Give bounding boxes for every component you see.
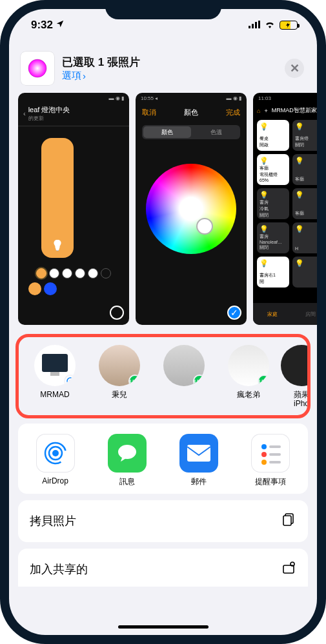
action-copy-label: 拷貝照片 — [30, 513, 76, 529]
status-right — [249, 19, 298, 32]
photo3-tab-bar: 家庭 房間 ◯ — [253, 303, 317, 325]
photo3-home-name: MRMAD智慧新家 — [272, 106, 317, 115]
color-picker-icon — [26, 57, 48, 79]
contact-name: MRMAD — [40, 390, 69, 399]
airdrop-icon — [36, 434, 75, 473]
selection-check[interactable] — [227, 306, 241, 320]
home-indicator[interactable] — [118, 625, 209, 629]
app-label: 郵件 — [191, 476, 207, 487]
avatar — [34, 345, 76, 386]
line-badge-icon: LINE — [128, 375, 140, 386]
line-badge-icon: LINE — [258, 375, 269, 386]
line-badge-icon: LINE — [193, 375, 205, 386]
contact-name: 秉兒 — [112, 390, 127, 399]
header-text: 已選取 1 張照片 選項 › — [62, 55, 277, 82]
tab-rooms: 房間 — [305, 311, 316, 318]
location-arrow-icon — [56, 19, 65, 32]
svg-rect-0 — [249, 26, 250, 28]
device-frame: 9:32 — [0, 0, 326, 644]
svg-rect-3 — [258, 21, 260, 28]
color-wheel-icon — [146, 164, 236, 254]
app-label: AirDrop — [42, 476, 68, 485]
photo-preview-strip[interactable]: ▬ ◉ ▮ ‹ leaf 燈泡中央 的更新 — [9, 93, 317, 325]
selected-photo-thumb[interactable] — [21, 52, 54, 85]
svg-point-20 — [261, 460, 267, 465]
svg-point-16 — [261, 444, 267, 449]
home-tile: 💡客廳 — [292, 188, 317, 219]
photo-item-1[interactable]: ▬ ◉ ▮ ‹ leaf 燈泡中央 的更新 — [18, 93, 129, 325]
home-tile: 💡餐桌 開啟 — [257, 120, 289, 151]
svg-point-7 — [69, 380, 72, 382]
action-add-shared-label: 加入共享的 — [30, 561, 88, 577]
messages-icon — [108, 434, 147, 473]
photo2-done: 完成 — [226, 108, 240, 117]
share-app-messages[interactable]: 訊息 — [96, 434, 158, 487]
svg-rect-24 — [283, 565, 294, 573]
selection-check[interactable] — [110, 306, 124, 320]
avatar: LINE — [228, 345, 269, 386]
photo1-sub: 的更新 — [28, 115, 70, 122]
share-contact[interactable]: MRMAD — [23, 345, 87, 409]
shared-album-icon — [281, 560, 296, 579]
svg-text:LINE: LINE — [194, 379, 205, 384]
share-contact[interactable]: LINE瘋老弟 — [216, 345, 281, 409]
wifi-icon — [264, 19, 276, 32]
notch — [105, 0, 221, 19]
svg-text:LINE: LINE — [259, 379, 269, 384]
action-add-shared[interactable]: 加入共享的 — [18, 549, 308, 587]
home-tile: 💡 — [292, 257, 317, 288]
photo-item-2[interactable]: 10:55 ◂▬ ◉ ▮ 取消 顏色 完成 顏色 色溫 — [136, 93, 247, 325]
share-app-reminders[interactable]: 提醒事項 — [240, 434, 301, 487]
contact-name: 瘋老弟 — [237, 390, 260, 399]
home-tile: 💡書房 Nanoleaf… 關閉 — [257, 222, 289, 253]
cellular-icon — [249, 19, 260, 32]
color-presets-row2 — [18, 282, 129, 295]
tab-home: 家庭 — [267, 311, 278, 318]
options-button[interactable]: 選項 › — [62, 70, 277, 82]
share-suggestions-row: MRMADLINE秉兒LINELINE瘋老弟蘋果 iPho — [15, 334, 311, 418]
photo-item-3[interactable]: 11:03▬ ◉ ▮ ⌂ + MRMAD智慧新家 💡餐桌 開啟💡書房燈 關閉💡客… — [253, 93, 317, 325]
home-tile-grid: 💡餐桌 開啟💡書房燈 關閉💡客廳下燈 90%💡客廳 電視櫃燈 65%💡客廳 💡客… — [253, 117, 317, 290]
home-icon: ⌂ — [257, 108, 260, 114]
photo2-cancel: 取消 — [142, 108, 156, 117]
home-tile: 💡客廳 電視櫃燈 65% — [257, 154, 289, 185]
home-tile: 💡客廳 — [292, 154, 317, 185]
status-time: 9:32 — [31, 19, 53, 32]
share-app-mail[interactable]: 郵件 — [168, 434, 230, 487]
photo2-tabs: 顏色 色溫 — [142, 125, 240, 139]
app-label: 訊息 — [119, 476, 135, 487]
share-app-airdrop[interactable]: AirDrop — [25, 434, 86, 487]
home-tile: 💡書房 冷氣 關閉 — [257, 188, 289, 219]
copy-icon — [281, 512, 296, 531]
svg-rect-21 — [269, 461, 281, 463]
share-header: 已選取 1 張照片 選項 › ✕ — [18, 48, 308, 93]
svg-rect-2 — [255, 22, 257, 28]
share-contact[interactable]: LINE — [152, 345, 216, 409]
svg-rect-23 — [283, 516, 291, 525]
contact-name: 蘋果 iPho — [294, 390, 309, 409]
svg-text:LINE: LINE — [130, 379, 140, 384]
svg-rect-15 — [187, 445, 210, 462]
plus-icon: + — [264, 108, 267, 114]
share-contact[interactable]: 蘋果 iPho — [281, 345, 311, 409]
screen: 9:32 — [9, 9, 317, 635]
mail-icon — [179, 434, 218, 473]
home-tile: 💡書房右1 開 — [257, 257, 289, 288]
color-presets-row1 — [18, 268, 129, 278]
avatar — [281, 345, 311, 386]
svg-point-11 — [52, 450, 59, 456]
share-contact[interactable]: LINE秉兒 — [87, 345, 152, 409]
avatar: LINE — [99, 345, 140, 386]
svg-point-6 — [67, 378, 74, 384]
chevron-left-icon: ‹ — [23, 110, 26, 117]
airdrop-badge-icon — [64, 375, 76, 386]
action-copy-photo[interactable]: 拷貝照片 — [18, 500, 308, 542]
avatar: LINE — [163, 345, 205, 386]
close-button[interactable]: ✕ — [285, 59, 304, 78]
svg-point-14 — [118, 445, 136, 459]
photo2-title: 顏色 — [184, 108, 198, 117]
options-label: 選項 — [62, 70, 81, 82]
close-icon: ✕ — [290, 61, 300, 75]
home-tile: 💡H — [292, 222, 317, 253]
chevron-right-icon: › — [83, 70, 86, 81]
